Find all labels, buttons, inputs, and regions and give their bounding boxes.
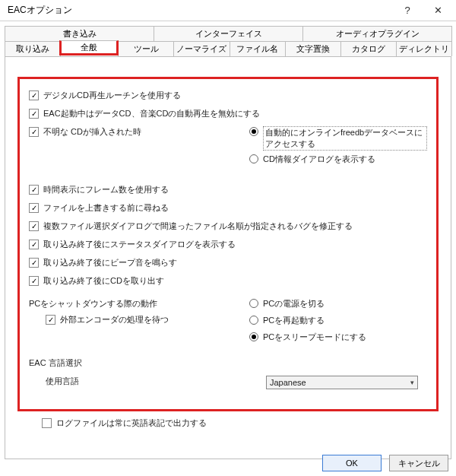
checkbox-disable-autoplay[interactable] bbox=[29, 109, 39, 119]
checkbox-multi-file-bug[interactable] bbox=[29, 221, 39, 231]
label-power-off: PCの電源を切る bbox=[263, 298, 325, 309]
close-button[interactable]: ✕ bbox=[423, 0, 453, 21]
label-log-english: ログファイルは常に英語表記で出力する bbox=[56, 417, 207, 429]
radio-restart[interactable] bbox=[249, 316, 258, 325]
checkbox-frame-time[interactable] bbox=[29, 185, 39, 195]
titlebar: EACオプション ? ✕ bbox=[0, 0, 456, 21]
tab-general[interactable]: 全般 bbox=[59, 40, 119, 56]
cancel-button[interactable]: キャンセル bbox=[389, 455, 448, 471]
ok-button[interactable]: OK bbox=[322, 455, 382, 471]
label-show-status: 取り込み終了後にステータスダイアログを表示する bbox=[43, 239, 236, 250]
checkbox-log-english[interactable] bbox=[42, 418, 52, 428]
label-lang-section: EAC 言語選択 bbox=[29, 357, 427, 371]
label-restart: PCを再起動する bbox=[263, 315, 325, 326]
tab-tools[interactable]: ツール bbox=[118, 41, 174, 56]
checkbox-unknown-cd[interactable] bbox=[29, 127, 39, 137]
label-eject: 取り込み終了後にCDを取り出す bbox=[43, 275, 164, 287]
checkbox-eject[interactable] bbox=[29, 276, 39, 286]
chevron-down-icon: ▾ bbox=[410, 379, 414, 386]
tab-strip: 書き込み インターフェイス オーディオプラグイン 取り込み 全般 ツール ノーマ… bbox=[0, 21, 456, 56]
label-cd-info-dialog: CD情報ダイアログを表示する bbox=[263, 154, 375, 165]
label-sleep: PCをスリープモードにする bbox=[263, 332, 366, 343]
tab-filename[interactable]: ファイル名 bbox=[230, 41, 286, 56]
tab-extract[interactable]: 取り込み bbox=[5, 41, 61, 56]
dialog-footer: OK キャンセル bbox=[322, 455, 448, 471]
tab-audio-plugin[interactable]: オーディオプラグイン bbox=[302, 26, 452, 41]
checkbox-wait-encoder[interactable] bbox=[46, 315, 55, 325]
label-wait-encoder: 外部エンコーダの処理を待つ bbox=[60, 314, 169, 325]
radio-freedb[interactable] bbox=[249, 127, 258, 136]
tab-catalog[interactable]: カタログ bbox=[340, 41, 397, 56]
radio-cd-info-dialog[interactable] bbox=[249, 154, 258, 163]
tab-interface[interactable]: インターフェイス bbox=[154, 26, 303, 41]
label-overwrite-ask: ファイルを上書きする前に尋ねる bbox=[43, 202, 169, 214]
label-shutdown-section: PCをシャットダウンする際の動作 bbox=[29, 298, 249, 309]
language-select[interactable]: Japanese ▾ bbox=[266, 376, 418, 389]
label-freedb: 自動的にオンラインfreedbデータベースにアクセスする bbox=[263, 126, 427, 151]
window-title: EACオプション bbox=[8, 4, 392, 17]
label-multi-file-bug: 複数ファイル選択ダイアログで間違ったファイル名順が指定されるバグを修正する bbox=[43, 221, 353, 232]
tab-write[interactable]: 書き込み bbox=[5, 26, 154, 41]
label-lang: 使用言語 bbox=[46, 376, 266, 387]
tab-charreplace[interactable]: 文字置換 bbox=[285, 41, 341, 56]
radio-sleep[interactable] bbox=[249, 332, 258, 341]
tab-normalize[interactable]: ノーマライズ bbox=[173, 41, 230, 56]
label-beep: 取り込み終了後にビープ音を鳴らす bbox=[43, 257, 177, 268]
tab-content: デジタルCD再生ルーチンを使用する EAC起動中はデータCD、音楽CDの自動再生… bbox=[5, 56, 451, 459]
label-disable-autoplay: EAC起動中はデータCD、音楽CDの自動再生を無効にする bbox=[43, 108, 260, 119]
checkbox-overwrite-ask[interactable] bbox=[29, 203, 39, 213]
highlighted-section: デジタルCD再生ルーチンを使用する EAC起動中はデータCD、音楽CDの自動再生… bbox=[17, 77, 439, 411]
checkbox-digital-cd[interactable] bbox=[29, 90, 39, 100]
checkbox-beep[interactable] bbox=[29, 258, 39, 268]
checkbox-show-status[interactable] bbox=[29, 240, 39, 249]
language-value: Japanese bbox=[270, 378, 306, 387]
radio-power-off[interactable] bbox=[249, 299, 258, 308]
label-digital-cd: デジタルCD再生ルーチンを使用する bbox=[43, 90, 181, 101]
label-frame-time: 時間表示にフレーム数を使用する bbox=[43, 184, 169, 195]
help-button[interactable]: ? bbox=[392, 0, 423, 21]
tab-directory[interactable]: ディレクトリ bbox=[396, 41, 452, 56]
label-unknown-cd: 不明な CDが挿入された時 bbox=[43, 126, 141, 138]
